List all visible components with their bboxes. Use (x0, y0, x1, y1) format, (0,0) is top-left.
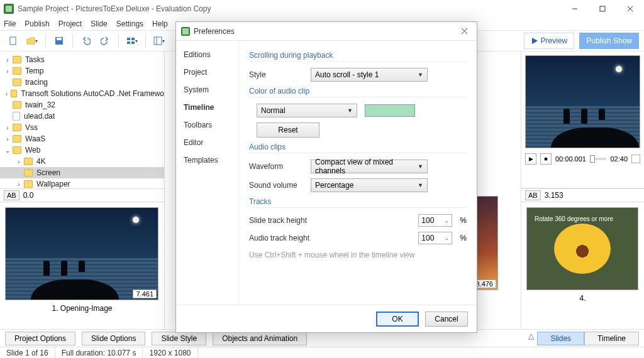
tree-item[interactable]: ›Temp (0, 65, 164, 77)
tab-timeline[interactable]: Timeline (584, 332, 639, 345)
stepper-icon: ⌄ (445, 236, 449, 241)
maximize-button[interactable] (589, 0, 616, 18)
publish-label: Publish Show (586, 36, 632, 45)
menu-project[interactable]: Project (58, 19, 82, 28)
play-button[interactable]: ▶ (525, 153, 536, 165)
audio-height-input[interactable]: 100 ⌄ (418, 232, 452, 244)
folder-icon (13, 56, 21, 63)
tree-item[interactable]: Screen (0, 167, 164, 178)
menu-help[interactable]: Help (152, 19, 168, 28)
view-mode-button[interactable]: ▾ (124, 33, 140, 49)
cancel-button[interactable]: Cancel (425, 312, 468, 327)
dialog-title: Preferences (194, 27, 235, 36)
tree-item-label: Screen (36, 168, 60, 177)
tree-item[interactable]: ›Tasks (0, 54, 164, 65)
menu-publish[interactable]: Publish (25, 19, 49, 28)
folder-icon (13, 135, 21, 143)
dialog-nav-item[interactable]: Editions (176, 46, 238, 63)
ab-button[interactable]: AB (525, 190, 541, 200)
tree-item[interactable]: ⌄Web (0, 144, 164, 156)
collapse-icon[interactable]: △ (525, 332, 537, 345)
objects-animation-button[interactable]: Objects and Animation (213, 332, 307, 345)
opening-image-thumb[interactable]: 7.461 (5, 207, 158, 300)
reset-button[interactable]: Reset (257, 122, 319, 138)
chevron-down-icon: ▼ (347, 107, 353, 114)
menu-file[interactable]: File (4, 19, 16, 28)
dialog-nav-item[interactable]: Project (176, 63, 238, 81)
style-value: Auto scroll - style 1 (315, 70, 379, 79)
undo-button[interactable] (78, 33, 94, 49)
menu-settings[interactable]: Settings (116, 19, 143, 28)
seek-slider[interactable] (590, 158, 607, 160)
status-bar: Slide 1 of 16 Full duration: 10.077 s 19… (0, 347, 644, 358)
ok-button[interactable]: OK (376, 312, 419, 327)
waveform-select[interactable]: Compact view of mixed channels ▼ (311, 160, 428, 173)
chevron-icon: › (4, 90, 9, 97)
color-mode-select[interactable]: Normal ▼ (257, 104, 357, 117)
volume-value: Percentage (315, 181, 353, 190)
slide-style-button[interactable]: Slide Style (152, 332, 206, 345)
dialog-nav-item[interactable]: Toolbars (176, 116, 238, 134)
ab-value: 0.0 (23, 191, 34, 200)
close-button[interactable] (616, 0, 644, 18)
slide-options-button[interactable]: Slide Options (82, 332, 145, 345)
tree-item-label: Wallpaper (36, 180, 70, 188)
dialog-footer: OK Cancel (176, 305, 477, 332)
window-title: Sample Project - PicturesToExe Deluxe - … (18, 4, 211, 13)
tracks-hint: Use Ctrl+Shift + mouse wheel in the time… (249, 251, 467, 259)
dialog-nav-item[interactable]: Editor (176, 134, 238, 151)
audio-height-label: Audio track height (249, 234, 325, 242)
minimize-button[interactable] (561, 0, 589, 18)
layout-button[interactable]: ▾ (151, 33, 167, 49)
svg-rect-7 (127, 38, 130, 40)
tree-item[interactable]: ›Transoft Solutions AutoCAD .Net Framewo (0, 88, 164, 99)
preview-label: Preview (541, 36, 568, 45)
redo-button[interactable] (97, 33, 113, 49)
new-button[interactable] (5, 33, 21, 49)
save-button[interactable] (51, 33, 67, 49)
ab-button[interactable]: AB (4, 190, 19, 200)
app-icon (4, 4, 14, 14)
flower-thumb[interactable]: Rotate 360 degrees or more (526, 207, 638, 290)
svg-rect-10 (131, 41, 135, 44)
folder-tree[interactable]: ›Tasks›Temptracing›Transoft Solutions Au… (0, 52, 164, 188)
chevron-icon: › (4, 124, 11, 131)
fullscreen-button[interactable] (631, 155, 640, 163)
project-options-button[interactable]: Project Options (5, 332, 75, 345)
folder-icon (13, 146, 21, 154)
chevron-icon: › (15, 158, 23, 165)
tree-item[interactable]: ›Wallpaper (0, 178, 164, 188)
slide-height-input[interactable]: 100 ⌄ (418, 214, 452, 227)
color-mode-value: Normal (261, 106, 286, 115)
tree-item[interactable]: twain_32 (0, 99, 164, 111)
dialog-nav-item[interactable]: Timeline (176, 99, 238, 116)
open-button[interactable]: ▾ (24, 33, 40, 49)
dialog-close-button[interactable] (457, 24, 472, 39)
menu-slide[interactable]: Slide (91, 19, 108, 28)
tree-item-label: 4K (36, 157, 46, 166)
folder-icon (24, 158, 33, 165)
tree-item[interactable]: ›WaaS (0, 133, 164, 144)
section-audio: Audio clips (249, 143, 467, 153)
volume-select[interactable]: Percentage ▼ (311, 178, 428, 192)
preview-button[interactable]: Preview (524, 33, 575, 49)
thumb-duration: 7.461 (133, 290, 157, 298)
stop-button[interactable]: ■ (540, 153, 552, 165)
dialog-nav-item[interactable]: System (176, 81, 238, 99)
section-color: Color of audio clip (249, 87, 467, 97)
chevron-icon: ⌄ (4, 147, 11, 154)
chevron-icon: › (4, 68, 11, 75)
folder-icon (24, 180, 33, 188)
tree-item[interactable]: tracing (0, 77, 164, 88)
publish-button[interactable]: Publish Show (579, 33, 639, 49)
window-titlebar: Sample Project - PicturesToExe Deluxe - … (0, 0, 644, 18)
dialog-nav-item[interactable]: Templates (176, 151, 238, 169)
color-swatch[interactable] (365, 104, 415, 117)
style-select[interactable]: Auto scroll - style 1 ▼ (311, 68, 428, 82)
tab-slides[interactable]: Slides (537, 332, 584, 345)
preview-image[interactable] (525, 55, 640, 148)
slide-height-value: 100 (421, 216, 434, 225)
tree-item[interactable]: ulead.dat (0, 111, 164, 122)
tree-item[interactable]: ›Vss (0, 122, 164, 133)
tree-item[interactable]: ›4K (0, 156, 164, 167)
